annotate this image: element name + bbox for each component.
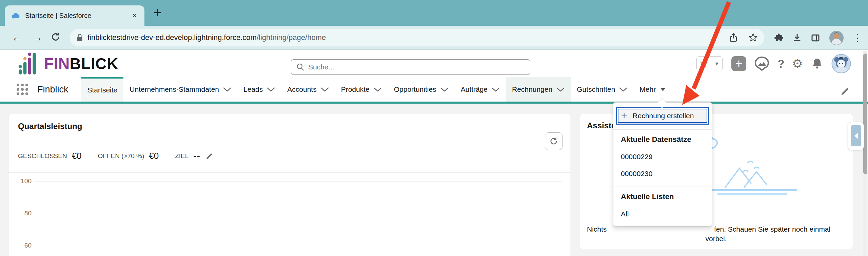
browser-forward-button[interactable]: →	[31, 30, 43, 44]
url-domain: finblicktestdrive-dev-ed.develop.lightni…	[87, 33, 257, 42]
download-icon[interactable]	[792, 33, 802, 43]
favorites-dropdown-button[interactable]: ▾	[711, 57, 722, 71]
open-label: OFFEN (>70 %)	[98, 152, 144, 160]
tab-accounts[interactable]: Accounts	[281, 77, 335, 102]
quarterly-performance-card: Quartalsleistung GESCHLOSSEN €0 OFFEN (>…	[8, 114, 570, 256]
salesforce-favicon	[10, 12, 20, 19]
app-navigation-bar: Finblick Startseite Unternehmens-Stammda…	[0, 77, 868, 102]
tab-leads[interactable]: Leads	[237, 77, 281, 102]
chevron-down-icon	[440, 87, 449, 92]
tab-produkte[interactable]: Produkte	[335, 77, 388, 102]
menu-item-list-all[interactable]: All	[613, 210, 712, 218]
tab-close-button[interactable]: ×	[130, 11, 139, 20]
side-panel-icon[interactable]	[810, 33, 821, 43]
tab-mehr[interactable]: Mehr	[633, 77, 672, 102]
menu-item-record[interactable]: 00000229	[613, 153, 712, 161]
tab-unternehmens-stammdaten[interactable]: Unternehmens-Stammdaten	[123, 77, 237, 102]
recent-records-header: Aktuelle Datensätze	[613, 135, 712, 144]
tab-opportunities[interactable]: Opportunities	[388, 77, 455, 102]
screen: Startseite | Salesforce × + ← → finblick…	[0, 0, 868, 256]
browser-action-icons: ⋮	[774, 29, 863, 47]
search-placeholder: Suche...	[308, 63, 334, 71]
assistant-message-right: fen. Schauen Sie später noch einmal	[714, 225, 830, 233]
bookmark-star-icon[interactable]	[748, 33, 758, 43]
menu-divider	[613, 129, 712, 130]
chevron-down-icon	[492, 87, 500, 92]
closed-value: €0	[72, 151, 82, 161]
refresh-icon	[549, 136, 559, 146]
y-axis-tick-60: 60	[17, 242, 32, 249]
favorites-button-group: ▾	[696, 56, 723, 71]
tab-label: Mehr	[639, 85, 656, 93]
caret-down-icon	[660, 87, 666, 92]
gridline-80	[34, 214, 562, 214]
gridline-100	[34, 182, 562, 182]
new-tab-button[interactable]: +	[153, 5, 162, 21]
star-icon	[699, 59, 708, 68]
menu-item-rechnung-erstellen[interactable]: + Rechnung erstellen	[616, 107, 709, 125]
y-axis-tick-80: 80	[17, 210, 32, 217]
pencil-icon	[840, 86, 850, 96]
app-launcher-waffle-icon[interactable]	[16, 83, 28, 95]
menu-item-record[interactable]: 00000230	[613, 170, 712, 178]
tab-auftraege[interactable]: Aufträge	[455, 77, 506, 102]
reload-icon	[50, 31, 61, 42]
url-path: /lightning/page/home	[257, 33, 326, 42]
tab-gutschriften[interactable]: Gutschriften	[571, 77, 633, 102]
extensions-puzzle-icon[interactable]	[774, 33, 784, 43]
setup-gear-button[interactable]: ⚙	[792, 57, 803, 71]
browser-reload-button[interactable]	[50, 31, 61, 45]
rechnungen-dropdown-menu: + Rechnung erstellen Aktuelle Datensätze…	[613, 102, 712, 227]
trailhead-icon	[754, 56, 770, 71]
brand-underline	[0, 102, 868, 104]
browser-tab[interactable]: Startseite | Salesforce ×	[5, 5, 144, 26]
menu-divider	[613, 187, 712, 187]
gridline-60	[34, 246, 562, 246]
search-icon	[296, 63, 305, 71]
browser-back-button[interactable]: ←	[12, 30, 23, 44]
global-actions-button[interactable]: +	[731, 56, 746, 71]
user-avatar[interactable]	[831, 54, 851, 73]
expand-panel-button[interactable]	[851, 125, 861, 146]
help-button[interactable]: ?	[777, 57, 785, 70]
app-name[interactable]: Finblick	[37, 84, 68, 95]
header-icon-cluster: ▾ + ? ⚙	[696, 50, 851, 77]
favorite-star-button[interactable]	[697, 57, 711, 71]
tab-label: Produkte	[341, 85, 370, 93]
assistant-message-line2: vorbei.	[579, 235, 853, 243]
closed-label: GESCHLOSSEN	[18, 152, 67, 160]
refresh-button[interactable]	[545, 132, 563, 150]
open-value: €0	[149, 151, 159, 161]
astro-avatar-icon	[831, 54, 851, 73]
trailhead-button[interactable]	[754, 56, 770, 71]
global-search-input[interactable]: Suche...	[291, 59, 530, 75]
card-divider	[8, 172, 570, 173]
chevron-left-icon	[853, 132, 860, 140]
goal-value: --	[193, 151, 200, 161]
browser-profile-avatar[interactable]	[829, 30, 844, 46]
tab-rechnungen[interactable]: Rechnungen	[506, 77, 571, 102]
plus-icon: +	[735, 58, 742, 70]
edit-navigation-button[interactable]	[840, 86, 850, 98]
page-scrollbar-thumb[interactable]	[863, 54, 867, 174]
address-bar[interactable]: finblicktestdrive-dev-ed.develop.lightni…	[70, 29, 764, 46]
plus-icon: +	[621, 111, 627, 121]
tab-label: Startseite	[87, 86, 118, 94]
side-panel-handle[interactable]	[848, 122, 864, 150]
chevron-down-icon	[321, 87, 329, 92]
recent-lists-header: Aktuelle Listen	[613, 192, 712, 201]
share-icon[interactable]	[728, 33, 738, 43]
finblick-logo: FINBLICK	[16, 52, 118, 75]
notifications-button[interactable]	[810, 57, 824, 70]
edit-goal-pencil-icon[interactable]	[205, 152, 214, 160]
lock-icon	[76, 33, 83, 42]
chevron-down-icon	[374, 87, 382, 92]
browser-menu-icon[interactable]: ⋮	[852, 33, 863, 43]
tab-startseite[interactable]: Startseite	[81, 77, 124, 102]
menu-item-label: Rechnung erstellen	[633, 112, 694, 120]
browser-toolbar: ← → finblicktestdrive-dev-ed.develop.lig…	[0, 26, 868, 50]
url-text: finblicktestdrive-dev-ed.develop.lightni…	[87, 33, 326, 42]
finblick-logo-text: FINBLICK	[44, 55, 118, 73]
chevron-down-icon	[223, 87, 231, 92]
tab-label: Accounts	[287, 85, 316, 93]
